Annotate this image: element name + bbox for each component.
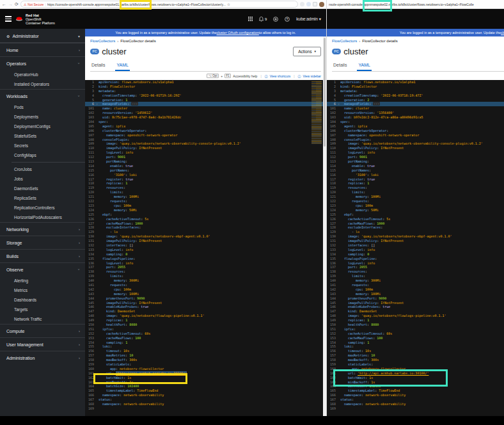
yaml-line-145[interactable]: 145imagePullPolicy: IfNotPresent bbox=[85, 301, 326, 305]
yaml-line-168[interactable]: 168namespace: network-observability bbox=[327, 402, 504, 406]
oauth-config-link[interactable]: cluster OAuth configuration bbox=[217, 31, 259, 35]
yaml-line-167[interactable]: 167status: bbox=[85, 397, 326, 402]
yaml-line-103[interactable]: 103uid: b97e2dc2-812e-47ca-a86a-a80496d9… bbox=[327, 115, 504, 120]
yaml-line-149[interactable]: 149replicas: 1 bbox=[327, 318, 504, 323]
yaml-line-2[interactable]: 2kind: FlowCollector bbox=[85, 84, 326, 89]
yaml-line-136[interactable]: 136logLevel: info bbox=[327, 261, 504, 266]
yaml-line-128[interactable]: 128excludeInterfaces: bbox=[85, 225, 326, 230]
yaml-line-128[interactable]: 128excludeInterfaces: bbox=[327, 225, 504, 230]
yaml-line-150[interactable]: 150healthPort: 8080 bbox=[85, 323, 326, 327]
yaml-line-152[interactable]: 152cacheActiveTimeout: 60s bbox=[327, 332, 504, 336]
yaml-line-102[interactable]: 102resourceVersion: '1450612' bbox=[85, 111, 326, 115]
yaml-line-109[interactable]: 109image: 'quay.io/netobserv/network-obs… bbox=[327, 141, 504, 146]
yaml-line-146[interactable]: 146enableKubeProbes: true bbox=[85, 305, 326, 309]
sidebar-item-jobs[interactable]: Jobs bbox=[0, 174, 85, 184]
sidebar-item-home[interactable]: Home› bbox=[0, 43, 85, 56]
sidebar-item-storage[interactable]: Storage› bbox=[0, 236, 85, 249]
yaml-line-159[interactable]: 159staticLabels: bbox=[85, 362, 326, 367]
yaml-line-126[interactable]: 126cacheActiveTimeout: 5s bbox=[327, 217, 504, 221]
yaml-line-144[interactable]: 144prometheusPort: 9090 bbox=[85, 296, 326, 301]
yaml-line-114[interactable]: 114enable: true bbox=[327, 164, 504, 168]
yaml-line-139[interactable]: 139limits: bbox=[327, 274, 504, 278]
yaml-line-108[interactable]: 108consolePlugin: bbox=[85, 138, 326, 142]
yaml-line-147[interactable]: 147kind: DaemonSet bbox=[85, 309, 326, 314]
yaml-line-101[interactable]: 101name: cluster bbox=[85, 106, 326, 111]
yaml-line-117[interactable]: 117register: true bbox=[85, 177, 326, 182]
yaml-line-111[interactable]: 111logLevel: info bbox=[85, 150, 326, 155]
forward-icon[interactable]: → bbox=[8, 0, 13, 8]
yaml-line-125[interactable]: 125ebpf: bbox=[85, 212, 326, 217]
yaml-line-134[interactable]: 134sampling: 0 bbox=[85, 252, 326, 257]
yaml-line-165[interactable]: 165timestampLabel: TimeFlowEnd bbox=[85, 389, 326, 393]
sidebar-item-replicasets[interactable]: ReplicaSets bbox=[0, 193, 85, 203]
user-menu[interactable]: kube:admin ▾ bbox=[296, 17, 321, 22]
yaml-line-135[interactable]: 135flowlogsPipeline: bbox=[85, 257, 326, 261]
yaml-line-112[interactable]: 112port: 9001 bbox=[85, 155, 326, 159]
yaml-line-121[interactable]: 121memory: 100Mi bbox=[85, 195, 326, 199]
sidebar-item-user-management[interactable]: User Management› bbox=[0, 337, 85, 351]
yaml-line-151[interactable]: 151ipfix: bbox=[327, 327, 504, 332]
yaml-line-146[interactable]: 146enableKubeProbes: true bbox=[327, 305, 504, 309]
yaml-line-133[interactable]: 133logLevel: info bbox=[327, 248, 504, 252]
help-question-icon[interactable]: ? bbox=[285, 17, 290, 22]
yaml-line-158[interactable]: 158maxBackoff: 300s bbox=[85, 358, 326, 362]
sidebar-item-operators[interactable]: Operators› bbox=[0, 56, 85, 70]
yaml-line-127[interactable]: 127cacheMaxFlows: 1000 bbox=[85, 221, 326, 226]
yaml-line-104[interactable]: 104spec: bbox=[327, 120, 504, 124]
sidebar-item-operatorhub[interactable]: OperatorHub bbox=[0, 70, 85, 79]
yaml-line-150[interactable]: 150healthPort: 8080 bbox=[327, 323, 504, 327]
yaml-line-157[interactable]: 157maxRetries: 10 bbox=[327, 353, 504, 358]
yaml-line-120[interactable]: 120limits: bbox=[327, 190, 504, 195]
yaml-line-154[interactable]: 154sampling: 1 bbox=[85, 341, 326, 345]
yaml-line-120[interactable]: 120limits: bbox=[85, 190, 326, 195]
sidebar-item-compute[interactable]: Compute› bbox=[0, 324, 85, 337]
pinned-extension-icon[interactable] bbox=[306, 2, 311, 6]
yaml-line-154[interactable]: 154sampling: 1 bbox=[327, 341, 504, 345]
yaml-line-122[interactable]: 122requests: bbox=[327, 199, 504, 204]
yaml-line-110[interactable]: 110imagePullPolicy: IfNotPresent bbox=[85, 146, 326, 150]
extension-square-icon[interactable] bbox=[313, 2, 317, 6]
yaml-line-3[interactable]: 3metadata: bbox=[85, 89, 326, 93]
yaml-line-119[interactable]: 119resources: bbox=[85, 186, 326, 190]
yaml-line-112[interactable]: 112port: 9001 bbox=[327, 155, 504, 159]
sidebar-item-daemonsets[interactable]: DaemonSets bbox=[0, 184, 85, 193]
sidebar-item-workloads[interactable]: Workloads› bbox=[0, 89, 85, 102]
sidebar-item-alerting[interactable]: Alerting bbox=[0, 276, 85, 285]
back-icon[interactable]: ← bbox=[2, 0, 6, 8]
yaml-line-118[interactable]: 118replicas: 1 bbox=[85, 181, 326, 186]
yaml-line-169[interactable]: 169 bbox=[85, 406, 326, 411]
sidebar-item-statefulsets[interactable]: StatefulSets bbox=[0, 131, 85, 141]
yaml-line-115[interactable]: 115portNames: bbox=[327, 168, 504, 173]
sidebar-item-metrics[interactable]: Metrics bbox=[0, 285, 85, 295]
yaml-line-140[interactable]: 140memory: 300Mi bbox=[327, 278, 504, 283]
yaml-line-136[interactable]: 136logLevel: info bbox=[85, 261, 326, 266]
yaml-line-160[interactable]: 160app: netobserv-flowcollector bbox=[85, 367, 326, 371]
perspective-switcher[interactable]: ⚙ Administrator ▾ bbox=[0, 30, 85, 43]
yaml-line-138[interactable]: 138resources: bbox=[327, 269, 504, 274]
yaml-line-149[interactable]: 149replicas: 1 bbox=[85, 318, 326, 323]
yaml-line-165[interactable]: 165timestampLabel: TimeFlowEnd bbox=[327, 389, 504, 393]
yaml-line-166[interactable]: 166namespace: network-observability bbox=[85, 393, 326, 397]
yaml-line-117[interactable]: 117register: true bbox=[327, 177, 504, 182]
yaml-line-135[interactable]: 135flowlogsPipeline: bbox=[327, 257, 504, 261]
yaml-line-6[interactable]: 6›managedFields: ··· bbox=[85, 102, 326, 106]
sidebar-item-targets[interactable]: Targets bbox=[0, 305, 85, 314]
sidebar-item-replicationcontrollers[interactable]: ReplicationControllers bbox=[0, 203, 85, 212]
yaml-line-168[interactable]: 168namespace: network-observability bbox=[85, 402, 326, 406]
sidebar-item-secrets[interactable]: Secrets bbox=[0, 141, 85, 150]
sidebar-item-cronjobs[interactable]: CronJobs bbox=[0, 164, 85, 174]
notifications-bell-icon[interactable]: 9 bbox=[259, 17, 267, 22]
yaml-line-134[interactable]: 134sampling: 0 bbox=[327, 252, 504, 257]
yaml-line-122[interactable]: 122requests: bbox=[85, 199, 326, 204]
yaml-line-107[interactable]: 107namespace: openshift-network-operator bbox=[85, 133, 326, 138]
yaml-line-106[interactable]: 106clusterNetworkOperator: bbox=[85, 129, 326, 133]
yaml-line-164[interactable]: 164batchSize: 102400 bbox=[85, 384, 326, 389]
yaml-line-129[interactable]: 129- lo bbox=[85, 230, 326, 234]
yaml-line-141[interactable]: 141requests: bbox=[85, 283, 326, 287]
sidebar-item-dashboards[interactable]: Dashboards bbox=[0, 295, 85, 305]
yaml-line-166[interactable]: 166namespace: network-observability bbox=[327, 393, 504, 397]
tab-details[interactable]: Details bbox=[90, 60, 106, 71]
breadcrumb-flowcollectors-link-right[interactable]: FlowCollectors bbox=[332, 39, 357, 43]
yaml-line-107[interactable]: 107namespace: openshift-network-operator bbox=[327, 133, 504, 138]
hamburger-menu-icon[interactable] bbox=[5, 16, 12, 22]
